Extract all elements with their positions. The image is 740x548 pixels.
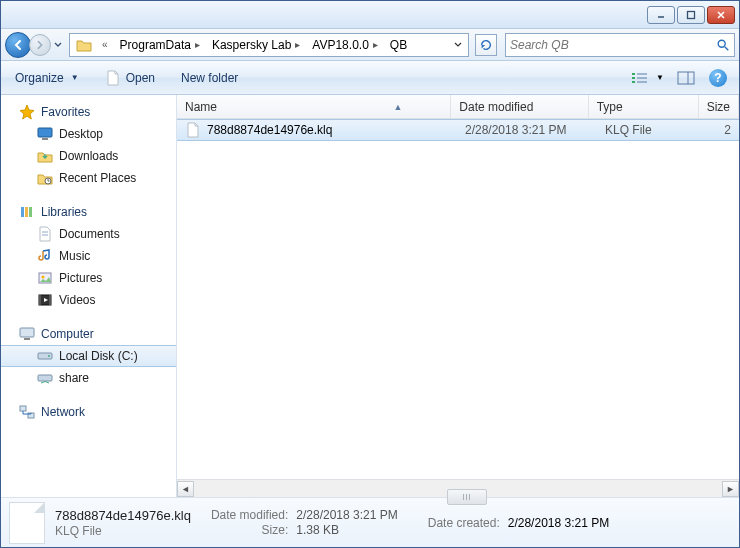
- recent-icon: [37, 170, 53, 186]
- file-row[interactable]: 788d8874de14976e.klq 2/28/2018 3:21 PM K…: [177, 119, 739, 141]
- videos-icon: [37, 292, 53, 308]
- sidebar-item-share[interactable]: share: [1, 367, 176, 389]
- chevron-down-icon: ▼: [71, 73, 79, 82]
- scroll-right-button[interactable]: ►: [722, 481, 739, 497]
- refresh-button[interactable]: [475, 34, 497, 56]
- sidebar-computer[interactable]: Computer: [1, 323, 176, 345]
- details-pane: 788d8874de14976e.klq KLQ File Date modif…: [1, 497, 739, 547]
- column-name[interactable]: Name▲: [177, 95, 451, 118]
- file-type: KLQ File: [597, 123, 709, 137]
- music-icon: [37, 248, 53, 264]
- details-filename: 788d8874de14976e.klq: [55, 508, 191, 523]
- history-dropdown[interactable]: [51, 32, 65, 58]
- svg-rect-30: [20, 406, 26, 411]
- column-date[interactable]: Date modified: [451, 95, 588, 118]
- svg-rect-12: [38, 128, 52, 137]
- svg-rect-6: [632, 81, 635, 83]
- address-bar[interactable]: « ProgramData▸ Kaspersky Lab▸ AVP18.0.0▸…: [69, 33, 469, 57]
- breadcrumb-item[interactable]: Kaspersky Lab▸: [206, 35, 306, 55]
- svg-rect-5: [632, 77, 635, 79]
- svg-rect-1: [688, 11, 695, 18]
- svg-rect-29: [38, 375, 52, 381]
- file-date: 2/28/2018 3:21 PM: [457, 123, 597, 137]
- file-size: 2: [709, 123, 739, 137]
- column-headers: Name▲ Date modified Type Size: [177, 95, 739, 119]
- command-bar: Organize▼ Open New folder ▼ ?: [1, 61, 739, 95]
- window-controls: [647, 6, 735, 24]
- sidebar-item-documents[interactable]: Documents: [1, 223, 176, 245]
- details-created-label: Date created:: [428, 516, 500, 530]
- file-large-icon: [9, 502, 45, 544]
- sidebar-item-pictures[interactable]: Pictures: [1, 267, 176, 289]
- details-size-label: Size:: [211, 523, 288, 537]
- sidebar-item-local-disk[interactable]: Local Disk (C:): [1, 345, 176, 367]
- downloads-icon: [37, 148, 53, 164]
- svg-rect-25: [20, 328, 34, 337]
- svg-point-2: [718, 40, 725, 47]
- sidebar-favorites[interactable]: Favorites: [1, 101, 176, 123]
- nav-bar: « ProgramData▸ Kaspersky Lab▸ AVP18.0.0▸…: [1, 29, 739, 61]
- scroll-thumb[interactable]: [447, 489, 487, 505]
- svg-rect-4: [632, 73, 635, 75]
- forward-button[interactable]: [29, 34, 51, 56]
- open-button[interactable]: Open: [99, 67, 161, 89]
- svg-rect-15: [21, 207, 24, 217]
- document-icon: [37, 226, 53, 242]
- search-icon: [716, 38, 730, 52]
- desktop-icon: [37, 126, 53, 142]
- svg-rect-26: [24, 338, 30, 340]
- libraries-icon: [19, 204, 35, 220]
- sidebar-item-desktop[interactable]: Desktop: [1, 123, 176, 145]
- organize-menu[interactable]: Organize▼: [9, 68, 85, 88]
- scroll-left-button[interactable]: ◄: [177, 481, 194, 497]
- sidebar-item-recent[interactable]: Recent Places: [1, 167, 176, 189]
- computer-icon: [19, 326, 35, 342]
- view-options[interactable]: ▼: [625, 66, 667, 90]
- close-button[interactable]: [707, 6, 735, 24]
- sidebar-network[interactable]: Network: [1, 401, 176, 423]
- network-drive-icon: [37, 370, 53, 386]
- explorer-window: « ProgramData▸ Kaspersky Lab▸ AVP18.0.0▸…: [0, 0, 740, 548]
- address-dropdown[interactable]: [448, 34, 466, 56]
- column-size[interactable]: Size: [699, 95, 739, 118]
- chevron-right-icon: ▸: [195, 39, 200, 50]
- maximize-button[interactable]: [677, 6, 705, 24]
- network-icon: [19, 404, 35, 420]
- sidebar-libraries[interactable]: Libraries: [1, 201, 176, 223]
- details-created-value: 2/28/2018 3:21 PM: [508, 516, 609, 530]
- breadcrumb-item[interactable]: QB: [384, 35, 413, 55]
- chevron-right-icon: ▸: [373, 39, 378, 50]
- pictures-icon: [37, 270, 53, 286]
- help-icon: ?: [709, 69, 727, 87]
- svg-rect-24: [49, 295, 51, 305]
- sidebar-item-music[interactable]: Music: [1, 245, 176, 267]
- preview-pane-toggle[interactable]: [673, 67, 699, 89]
- breadcrumb-item[interactable]: ProgramData▸: [114, 35, 206, 55]
- horizontal-scrollbar[interactable]: ◄ ►: [177, 479, 739, 497]
- title-bar: [1, 1, 739, 29]
- breadcrumb-item[interactable]: AVP18.0.0▸: [306, 35, 383, 55]
- back-button[interactable]: [5, 32, 31, 58]
- help-button[interactable]: ?: [705, 67, 731, 89]
- file-list[interactable]: 788d8874de14976e.klq 2/28/2018 3:21 PM K…: [177, 119, 739, 479]
- drive-icon: [37, 348, 53, 364]
- sidebar-item-videos[interactable]: Videos: [1, 289, 176, 311]
- breadcrumb-overflow[interactable]: «: [96, 36, 114, 53]
- svg-rect-23: [39, 295, 41, 305]
- column-type[interactable]: Type: [589, 95, 699, 118]
- svg-rect-13: [42, 138, 48, 140]
- sidebar-item-downloads[interactable]: Downloads: [1, 145, 176, 167]
- svg-point-21: [42, 276, 45, 279]
- page-icon: [105, 70, 121, 86]
- chevron-left-icon: «: [102, 39, 108, 50]
- details-modified-label: Date modified:: [211, 508, 288, 522]
- navigation-pane: Favorites Desktop Downloads Recent Place…: [1, 95, 177, 497]
- new-folder-button[interactable]: New folder: [175, 68, 244, 88]
- search-input[interactable]: [510, 38, 716, 52]
- file-name: 788d8874de14976e.klq: [207, 123, 332, 137]
- search-box[interactable]: [505, 33, 735, 57]
- svg-rect-17: [29, 207, 32, 217]
- chevron-right-icon: ▸: [295, 39, 300, 50]
- minimize-button[interactable]: [647, 6, 675, 24]
- details-size-value: 1.38 KB: [296, 523, 397, 537]
